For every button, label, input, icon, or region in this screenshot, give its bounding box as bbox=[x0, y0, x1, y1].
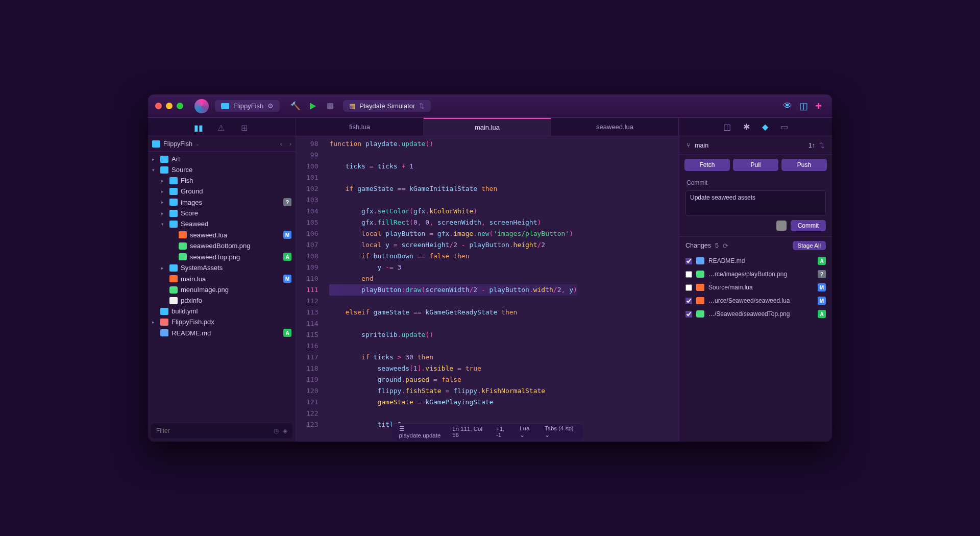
nav-forward-button[interactable]: › bbox=[289, 140, 291, 148]
doc-icon bbox=[169, 297, 178, 304]
tree-item[interactable]: ▸ images ? bbox=[148, 197, 296, 208]
code-editor[interactable]: 9899100101102103104105106107108109110111… bbox=[296, 136, 679, 442]
status-indent[interactable]: Tabs (4 sp) ⌄ bbox=[545, 425, 576, 438]
stage-checkbox[interactable] bbox=[685, 298, 692, 304]
lua-icon bbox=[179, 231, 187, 238]
file-tree[interactable]: ▸ Art ▾ Source ▸ Fish ▸ Ground ▸ images … bbox=[148, 152, 296, 420]
status-badge: M bbox=[818, 297, 826, 305]
change-row[interactable]: …urce/Seaweed/seaweed.lua M bbox=[679, 294, 832, 307]
filter-input[interactable] bbox=[156, 427, 270, 434]
run-tab-button[interactable]: ▭ bbox=[780, 122, 788, 132]
tree-item[interactable]: ▸ Fish bbox=[148, 175, 296, 186]
chevron-updown-icon: ⇅ bbox=[419, 102, 425, 110]
tab-seaweed-lua[interactable]: seaweed.lua bbox=[551, 118, 679, 136]
sidebar-tab-switcher: ▮▮ ⚠ ⊞ bbox=[148, 118, 296, 136]
folder-icon bbox=[160, 156, 168, 163]
tree-item[interactable]: ▾ Seaweed bbox=[148, 218, 296, 229]
folder-icon bbox=[169, 199, 178, 206]
breadcrumb-label: FlippyFish bbox=[163, 140, 192, 148]
zoom-button[interactable] bbox=[177, 103, 183, 109]
tree-item[interactable]: menuImage.png bbox=[148, 284, 296, 295]
new-button[interactable]: + bbox=[815, 100, 822, 113]
disclosure-icon: ▸ bbox=[152, 157, 157, 162]
pull-button[interactable]: Pull bbox=[733, 159, 778, 171]
tree-item[interactable]: seaweed.lua M bbox=[148, 229, 296, 240]
disclosure-icon: ▸ bbox=[161, 178, 166, 183]
code-content[interactable]: function playdate.update() ticks = ticks… bbox=[323, 136, 577, 442]
status-badge: ? bbox=[283, 198, 291, 206]
project-pill[interactable]: FlippyFish ⚙ bbox=[215, 100, 280, 112]
branch-ahead: 1↑ bbox=[808, 142, 815, 149]
scm-filter-icon[interactable]: ◈ bbox=[283, 427, 287, 434]
tree-item-label: seaweed.lua bbox=[190, 231, 227, 239]
breadcrumb[interactable]: FlippyFish ⌄ ‹ › bbox=[148, 136, 296, 152]
panel-toggle-button[interactable]: ◫ bbox=[723, 122, 731, 132]
stage-checkbox[interactable] bbox=[685, 271, 692, 278]
status-language[interactable]: Lua ⌄ bbox=[520, 425, 534, 438]
tree-item[interactable]: ▸ Score bbox=[148, 208, 296, 218]
build-button[interactable]: 🔨 bbox=[289, 100, 302, 113]
status-badge: A bbox=[283, 329, 291, 337]
tree-item[interactable]: ▸ FlippyFish.pdx bbox=[148, 316, 296, 327]
commit-message-input[interactable]: Update seaweed assets bbox=[685, 190, 826, 216]
commit-button[interactable]: Commit bbox=[791, 220, 826, 231]
stage-all-button[interactable]: Stage All bbox=[793, 241, 826, 250]
main-area: FlippyFish ⌄ ‹ › ▸ Art ▾ Source ▸ Fish ▸… bbox=[148, 136, 832, 442]
sidebar-tab-grid[interactable]: ⊞ bbox=[241, 123, 250, 131]
snowflake-icon[interactable]: ✱ bbox=[743, 122, 750, 132]
change-row[interactable]: README.md A bbox=[679, 254, 832, 267]
git-tab-button[interactable]: ◆ bbox=[762, 122, 768, 132]
tree-item[interactable]: seaweedTop.png A bbox=[148, 251, 296, 262]
status-diff: +1, -1 bbox=[496, 426, 509, 438]
run-controls: 🔨 bbox=[289, 100, 337, 113]
history-icon[interactable]: ◷ bbox=[274, 427, 279, 434]
png-icon bbox=[696, 271, 704, 278]
tree-item[interactable]: pdxinfo bbox=[148, 295, 296, 306]
yml-icon bbox=[160, 308, 168, 315]
code-area[interactable]: 9899100101102103104105106107108109110111… bbox=[296, 136, 679, 442]
change-row[interactable]: Source/main.lua M bbox=[679, 281, 832, 294]
md-icon bbox=[160, 329, 168, 336]
minimize-button[interactable] bbox=[166, 103, 173, 109]
target-pill[interactable]: ▦ Playdate Simulator ⇅ bbox=[343, 100, 431, 112]
tree-item[interactable]: ▾ Source bbox=[148, 164, 296, 175]
layout-button[interactable]: ◫ bbox=[799, 101, 808, 112]
change-row[interactable]: …/Seaweed/seaweedTop.png A bbox=[679, 307, 832, 321]
run-button[interactable] bbox=[306, 100, 320, 113]
tab-fish-lua[interactable]: fish.lua bbox=[296, 118, 424, 136]
stage-checkbox[interactable] bbox=[685, 284, 692, 291]
tree-item[interactable]: main.lua M bbox=[148, 273, 296, 284]
fetch-button[interactable]: Fetch bbox=[684, 159, 730, 171]
tree-item[interactable]: seaweedBottom.png bbox=[148, 240, 296, 251]
tree-item[interactable]: ▸ SystemAssets bbox=[148, 262, 296, 273]
refresh-icon[interactable]: ⟳ bbox=[723, 242, 728, 250]
png-icon bbox=[696, 310, 704, 318]
tree-item-label: seaweedBottom.png bbox=[190, 242, 251, 250]
stop-button[interactable] bbox=[324, 100, 337, 113]
avatar[interactable] bbox=[776, 221, 787, 231]
tree-item-label: README.md bbox=[172, 329, 211, 337]
push-button[interactable]: Push bbox=[781, 159, 827, 171]
tree-item-label: main.lua bbox=[181, 275, 206, 283]
change-row[interactable]: …rce/images/playButton.png ? bbox=[679, 267, 832, 281]
git-branch-row[interactable]: ⑂ main 1↑ ⇅ bbox=[679, 136, 832, 155]
stage-checkbox[interactable] bbox=[685, 258, 692, 264]
stage-checkbox[interactable] bbox=[685, 311, 692, 318]
tree-item[interactable]: README.md A bbox=[148, 327, 296, 338]
tree-item[interactable]: ▸ Ground bbox=[148, 186, 296, 197]
nav-back-button[interactable]: ‹ bbox=[280, 140, 282, 148]
preview-button[interactable]: 👁 bbox=[783, 101, 792, 111]
tree-item[interactable]: ▸ Art bbox=[148, 154, 296, 164]
play-icon bbox=[310, 103, 316, 110]
branch-icon: ⑂ bbox=[687, 142, 691, 149]
sidebar-tab-issues[interactable]: ⚠ bbox=[217, 123, 227, 131]
png-icon bbox=[179, 242, 187, 250]
close-button[interactable] bbox=[155, 103, 162, 109]
status-position[interactable]: Ln 111, Col 56 bbox=[452, 426, 486, 438]
tree-item[interactable]: build.yml bbox=[148, 306, 296, 316]
branch-name: main bbox=[695, 142, 708, 149]
tab-main-lua[interactable]: main.lua bbox=[424, 118, 551, 136]
sidebar-tab-files[interactable]: ▮▮ bbox=[194, 123, 203, 131]
commit-row: Commit bbox=[679, 218, 832, 236]
status-symbol[interactable]: ☰ playdate.update bbox=[399, 425, 443, 438]
